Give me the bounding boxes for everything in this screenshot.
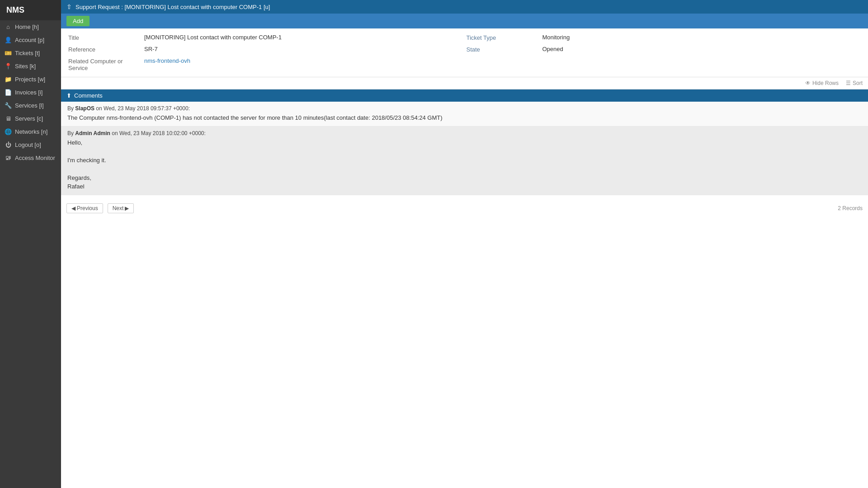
options-bar: 👁 Hide Rows ☰ Sort [61,77,868,89]
networks-icon: 🌐 [5,128,12,135]
sidebar-item-label: Services [l] [15,102,44,109]
ticket-type-label: Ticket Type [467,34,539,41]
comment-author: SlapOS [75,105,94,112]
comment-meta: By Admin Admin on Wed, 23 May 2018 10:02… [67,130,862,136]
title-value: [MONITORING] Lost contact with computer … [144,34,463,41]
topbar-arrow-icon: ⇧ [66,3,72,10]
related-label: Related Computer or Service [68,57,141,71]
app-title: NMS [0,0,61,20]
eye-icon: 👁 [805,80,811,86]
projects-icon: 📁 [5,76,12,83]
next-button[interactable]: Next ▶ [108,203,134,213]
sidebar-item-tickets[interactable]: 🎫Tickets [t] [0,47,61,60]
ticket-type-value: Monitoring [542,34,861,41]
state-label: State [467,46,539,53]
comments-label: Comments [74,92,103,99]
comment-author: Admin Admin [75,130,110,136]
comment-body: The Computer nms-frontend-ovh (COMP-1) h… [67,113,862,122]
title-label: Title [68,34,141,41]
sidebar-item-label: Projects [w] [15,76,45,83]
sidebar: NMS ⌂Home [h]👤Account [p]🎫Tickets [t]📍Si… [0,0,61,488]
sidebar-item-networks[interactable]: 🌐Networks [n] [0,125,61,138]
sidebar-item-home[interactable]: ⌂Home [h] [0,20,61,33]
comment-body: Hello, I'm checking it. Regards, Rafael [67,138,862,191]
comment-date: Wed, 23 May 2018 10:02:00 +0000 [119,130,204,136]
sidebar-item-label: Account [p] [15,37,44,43]
fields-section: Title [MONITORING] Lost contact with com… [61,28,868,77]
sidebar-item-label: Sites [k] [15,63,36,70]
sidebar-item-account[interactable]: 👤Account [p] [0,33,61,47]
account-icon: 👤 [5,37,12,43]
sidebar-item-label: Tickets [t] [15,50,40,56]
fields-grid: Title [MONITORING] Lost contact with com… [68,34,861,71]
sites-icon: 📍 [5,63,12,70]
sidebar-item-label: Access Monitor [15,155,55,161]
sort-button[interactable]: ☰ Sort [846,80,863,86]
sidebar-item-servers[interactable]: 🖥Servers [c] [0,112,61,125]
comments-header[interactable]: ⬆ Comments [61,89,868,102]
sidebar-item-label: Networks [n] [15,128,47,135]
servers-icon: 🖥 [5,115,12,122]
hide-rows-button[interactable]: 👁 Hide Rows [805,80,839,86]
invoices-icon: 📄 [5,89,12,96]
state-value: Opened [542,46,861,53]
main-content: ⇧ Support Request : [MONITORING] Lost co… [61,0,868,488]
comments-list: By SlapOS on Wed, 23 May 2018 09:57:37 +… [61,102,868,195]
page-nav: ◀ Previous Next ▶ [66,203,134,213]
records-count: 2 Records [838,205,863,211]
sidebar-item-label: Home [h] [15,23,39,30]
pagination: ◀ Previous Next ▶ 2 Records [61,200,868,217]
comment-date: Wed, 23 May 2018 09:57:37 +0000 [104,105,189,112]
comment-entry: By SlapOS on Wed, 23 May 2018 09:57:37 +… [61,102,868,127]
reference-value: SR-7 [144,46,463,53]
comments-toggle-icon: ⬆ [66,92,71,99]
add-button[interactable]: Add [66,16,90,26]
related-value: nms-frontend-ovh [144,57,463,71]
related-link[interactable]: nms-frontend-ovh [144,57,190,64]
topbar-breadcrumb: Support Request : [MONITORING] Lost cont… [75,4,270,10]
previous-button[interactable]: ◀ Previous [66,203,103,213]
sidebar-item-sites[interactable]: 📍Sites [k] [0,60,61,73]
content-area: Title [MONITORING] Lost contact with com… [61,28,868,488]
sidebar-item-projects[interactable]: 📁Projects [w] [0,73,61,86]
services-icon: 🔧 [5,102,12,109]
sidebar-item-invoices[interactable]: 📄Invoices [i] [0,86,61,99]
access-monitor-icon: 🖳 [5,155,12,161]
logout-icon: ⏻ [5,141,12,148]
sidebar-item-logout[interactable]: ⏻Logout [o] [0,138,61,151]
comments-section: ⬆ Comments By SlapOS on Wed, 23 May 2018… [61,89,868,200]
next-arrow-icon: ▶ [125,205,129,211]
sidebar-item-access-monitor[interactable]: 🖳Access Monitor [0,151,61,164]
sidebar-item-label: Servers [c] [15,115,43,122]
sidebar-item-label: Logout [o] [15,141,41,148]
reference-label: Reference [68,46,141,53]
comment-meta: By SlapOS on Wed, 23 May 2018 09:57:37 +… [67,105,862,112]
actionbar: Add [61,14,868,28]
tickets-icon: 🎫 [5,50,12,56]
topbar: ⇧ Support Request : [MONITORING] Lost co… [61,0,868,14]
sort-icon: ☰ [846,80,851,86]
sidebar-item-services[interactable]: 🔧Services [l] [0,99,61,112]
sidebar-item-label: Invoices [i] [15,89,42,96]
home-icon: ⌂ [5,23,12,30]
prev-arrow-icon: ◀ [71,205,75,211]
comment-entry: By Admin Admin on Wed, 23 May 2018 10:02… [61,127,868,195]
